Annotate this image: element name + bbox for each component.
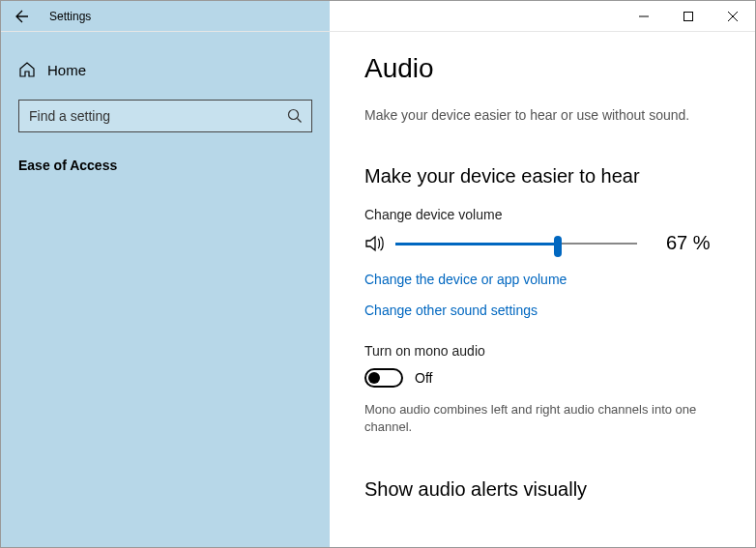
- mono-audio-state: Off: [415, 370, 432, 386]
- section-hear-heading: Make your device easier to hear: [364, 165, 720, 187]
- minimize-button[interactable]: [622, 1, 666, 32]
- title-bar: Settings: [1, 1, 755, 32]
- mono-audio-toggle[interactable]: [364, 368, 403, 388]
- home-icon: [18, 61, 36, 78]
- volume-percent: 67 %: [666, 232, 711, 254]
- svg-rect-0: [684, 12, 693, 20]
- minimize-icon: [638, 11, 650, 22]
- page-title: Audio: [364, 53, 720, 84]
- slider-thumb[interactable]: [554, 236, 562, 257]
- mono-audio-description: Mono audio combines left and right audio…: [364, 401, 720, 436]
- volume-label: Change device volume: [364, 207, 720, 222]
- search-input[interactable]: Find a setting: [18, 100, 312, 132]
- close-button[interactable]: [711, 1, 755, 32]
- window-title: Settings: [44, 10, 91, 23]
- home-nav[interactable]: Home: [18, 61, 312, 78]
- sidebar-category: Ease of Access: [18, 158, 312, 173]
- settings-window: Settings Home Find a setting Ease of Acc…: [0, 0, 756, 548]
- close-icon: [727, 11, 739, 22]
- speaker-icon: [364, 233, 386, 254]
- mono-audio-label: Turn on mono audio: [364, 343, 720, 359]
- main-content: Audio Make your device easier to hear or…: [330, 32, 755, 547]
- svg-point-1: [289, 110, 299, 120]
- search-icon: [286, 107, 304, 125]
- back-button[interactable]: [1, 1, 44, 32]
- section-visual-alerts-heading: Show audio alerts visually: [364, 478, 720, 501]
- back-arrow-icon: [15, 9, 30, 24]
- slider-fill: [395, 243, 558, 245]
- home-label: Home: [47, 62, 86, 78]
- maximize-icon: [683, 11, 694, 22]
- link-device-app-volume[interactable]: Change the device or app volume: [364, 272, 720, 287]
- link-other-sound-settings[interactable]: Change other sound settings: [364, 303, 720, 318]
- toggle-knob: [368, 372, 380, 384]
- maximize-button[interactable]: [666, 1, 711, 32]
- sidebar: Home Find a setting Ease of Access: [1, 32, 330, 547]
- volume-slider[interactable]: [395, 235, 637, 252]
- page-subtitle: Make your device easier to hear or use w…: [364, 107, 720, 123]
- search-placeholder: Find a setting: [29, 108, 110, 124]
